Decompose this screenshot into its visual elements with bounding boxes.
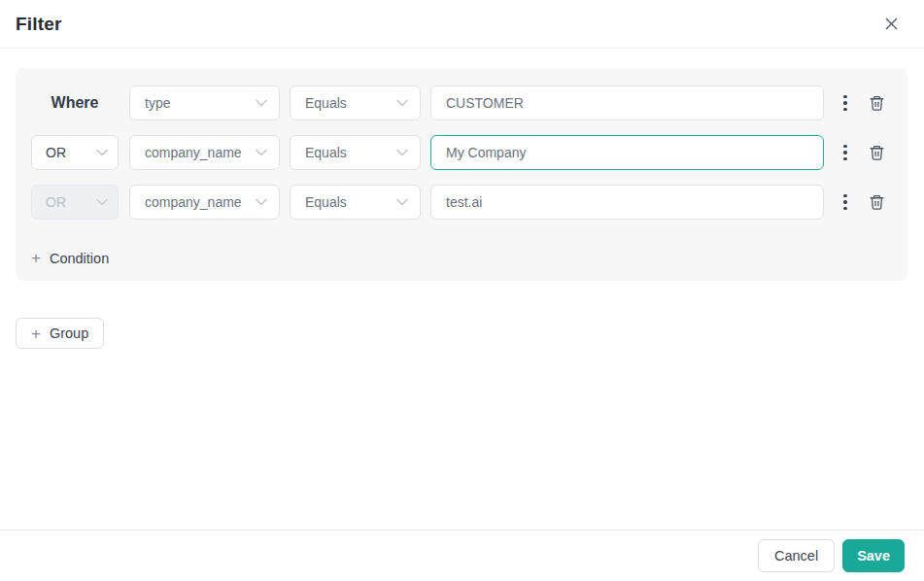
add-group-button[interactable]: + Group — [16, 318, 104, 349]
operator-select-value: Equals — [305, 194, 347, 210]
close-button[interactable] — [881, 15, 901, 34]
delete-row-button[interactable] — [869, 144, 885, 161]
chevron-down-icon — [256, 198, 267, 206]
save-button[interactable]: Save — [842, 539, 905, 572]
filter-row-2: OR company_name Equals — [31, 135, 892, 170]
field-select[interactable]: company_name — [129, 135, 280, 170]
plus-icon: + — [31, 250, 41, 266]
field-select-value: type — [145, 95, 170, 111]
operator-select[interactable]: Equals — [290, 185, 421, 220]
modal-body: Where type Equals — [0, 49, 924, 349]
modal-header: Filter — [0, 0, 924, 49]
conjunction-select-value: OR — [46, 145, 66, 160]
cancel-button[interactable]: Cancel — [758, 539, 835, 572]
field-select[interactable]: company_name — [129, 185, 280, 220]
conjunction-cell: OR — [31, 185, 119, 220]
operator-select[interactable]: Equals — [290, 135, 421, 170]
operator-select-value: Equals — [305, 145, 347, 160]
field-select-value: company_name — [145, 145, 242, 160]
filter-modal: Filter Where type Equals — [0, 0, 924, 581]
trash-icon — [869, 94, 885, 112]
filter-row-1: Where type Equals — [31, 85, 892, 120]
add-condition-button[interactable]: + Condition — [31, 250, 109, 266]
trash-icon — [869, 193, 885, 211]
conjunction-select-disabled: OR — [31, 185, 119, 220]
conjunction-select-value: OR — [46, 194, 66, 210]
add-condition-label: Condition — [50, 251, 109, 266]
close-icon — [884, 17, 899, 31]
chevron-down-icon — [96, 198, 108, 206]
operator-select[interactable]: Equals — [290, 85, 421, 120]
chevron-down-icon — [396, 198, 408, 206]
conjunction-cell: Where — [31, 94, 119, 112]
filter-row-3: OR company_name Equals — [31, 185, 892, 220]
value-input[interactable] — [430, 85, 824, 120]
field-select[interactable]: type — [129, 85, 280, 120]
conjunction-select[interactable]: OR — [31, 135, 119, 170]
chevron-down-icon — [396, 149, 408, 156]
row-menu-button[interactable] — [836, 185, 855, 220]
operator-select-value: Equals — [305, 95, 347, 111]
modal-title: Filter — [16, 14, 62, 35]
modal-footer: Cancel Save — [0, 530, 924, 581]
delete-row-button[interactable] — [869, 94, 885, 112]
chevron-down-icon — [256, 149, 267, 156]
value-input-focused[interactable] — [430, 135, 824, 170]
add-group-label: Group — [50, 325, 88, 341]
delete-row-button[interactable] — [869, 193, 885, 211]
where-label: Where — [31, 94, 119, 112]
field-select-value: company_name — [145, 194, 242, 210]
row-menu-button[interactable] — [836, 135, 855, 170]
chevron-down-icon — [256, 99, 267, 107]
trash-icon — [869, 144, 885, 161]
conjunction-cell: OR — [31, 135, 119, 170]
plus-icon: + — [31, 325, 41, 342]
chevron-down-icon — [396, 99, 408, 107]
value-input[interactable] — [430, 185, 824, 220]
condition-group-panel: Where type Equals — [16, 68, 907, 281]
row-menu-button[interactable] — [836, 85, 855, 120]
chevron-down-icon — [96, 149, 108, 156]
